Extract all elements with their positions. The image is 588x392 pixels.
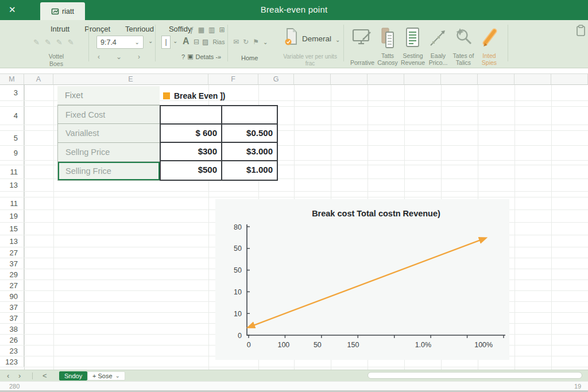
- svg-text:10: 10: [234, 288, 242, 296]
- chart-legend: Break Even ]): [163, 86, 225, 105]
- table-row: [161, 106, 277, 125]
- svg-text:1.0%: 1.0%: [415, 341, 432, 349]
- table-row-label-variallest[interactable]: Variallest: [58, 124, 160, 143]
- row-header-13[interactable]: 13: [0, 235, 24, 247]
- svg-text:0: 0: [247, 341, 251, 349]
- svg-text:100%: 100%: [474, 341, 493, 349]
- svg-text:150: 150: [347, 341, 359, 349]
- status-bar: 280 19: [0, 381, 588, 390]
- table-cell-value1[interactable]: $ 600: [161, 125, 222, 142]
- share-icon[interactable]: <: [42, 371, 47, 380]
- row-header-26[interactable]: 26: [0, 335, 24, 345]
- sheet-row[interactable]: [0, 192, 588, 197]
- column-header[interactable]: [441, 73, 478, 85]
- column-header[interactable]: [551, 73, 588, 85]
- row-header-37[interactable]: 37: [0, 258, 24, 269]
- row-header-13[interactable]: 13: [0, 179, 24, 191]
- new-sheet-tab[interactable]: + Sose ⌄: [87, 371, 125, 381]
- row-header-90[interactable]: 90: [0, 291, 24, 301]
- chart-area[interactable]: Break cost Total costn Revenue)805050101…: [215, 199, 509, 360]
- svg-text:0: 0: [238, 332, 242, 340]
- table-cell-value2[interactable]: $0.500: [222, 125, 277, 142]
- column-header-g[interactable]: G: [258, 73, 294, 85]
- table-cell-value2[interactable]: $1.000: [222, 161, 277, 180]
- sheet-nav-prev-icon[interactable]: ‹: [7, 371, 9, 380]
- row-header-37[interactable]: 37: [0, 313, 24, 323]
- row-header-11[interactable]: 11: [0, 197, 24, 209]
- table-row: $500$1.000: [161, 161, 277, 180]
- column-header-f[interactable]: F: [208, 73, 258, 85]
- row-header-23[interactable]: 23: [0, 346, 24, 356]
- legend-swatch: [163, 92, 170, 99]
- row-header-4[interactable]: 4: [0, 107, 24, 125]
- row-header-11[interactable]: 11: [0, 165, 24, 178]
- legend-label: Break Even ]): [174, 91, 225, 100]
- row-header-3[interactable]: 3: [0, 85, 24, 100]
- table-label-column[interactable]: Fixed CostVariallestSellng PriceSelling …: [57, 105, 160, 181]
- table-cell-value2[interactable]: $3.000: [222, 143, 277, 160]
- column-header[interactable]: [331, 73, 368, 85]
- row-header-5[interactable]: 5: [0, 131, 24, 145]
- table-row-label-fixed-cost[interactable]: Fixed Cost: [58, 105, 160, 124]
- svg-text:10: 10: [234, 310, 242, 318]
- svg-text:Break cost Total costn Revenue: Break cost Total costn Revenue): [312, 209, 440, 218]
- row-header[interactable]: [0, 125, 24, 130]
- sheet-bar: ‹ › < Sndoy + Sose ⌄: [0, 370, 588, 381]
- svg-text:100: 100: [277, 341, 289, 349]
- horizontal-scrollbar[interactable]: [368, 372, 582, 379]
- table-row: $300$3.000: [161, 143, 277, 161]
- row-header[interactable]: [0, 192, 24, 197]
- row-header[interactable]: [0, 161, 24, 165]
- table-value-grid[interactable]: $ 600$0.500$300$3.000$500$1.000: [160, 105, 278, 181]
- spreadsheet-app: ✕ riatt Break-even point IntruttPronçetT…: [0, 0, 588, 392]
- status-left-value: 280: [9, 383, 20, 390]
- row-header-27[interactable]: 27: [0, 247, 24, 258]
- svg-text:50: 50: [314, 341, 322, 349]
- table-row-label-selling-frice[interactable]: Selling Frice: [58, 162, 160, 181]
- column-header-m[interactable]: M: [0, 73, 24, 85]
- row-header[interactable]: [0, 101, 24, 106]
- column-header-a[interactable]: A: [24, 73, 53, 85]
- column-header[interactable]: [404, 73, 441, 85]
- table-row-label-sellng-price[interactable]: Sellng Price: [58, 143, 160, 162]
- row-header-27[interactable]: 27: [0, 280, 24, 290]
- row-header-19[interactable]: 19: [0, 210, 24, 222]
- table-cell-value2[interactable]: [222, 106, 277, 123]
- row-header-15[interactable]: 15: [0, 223, 24, 235]
- column-header[interactable]: [368, 73, 404, 85]
- status-right-value: 19: [574, 383, 581, 390]
- sheet-bar-separator: [32, 372, 33, 379]
- sheet-row[interactable]: 13: [0, 179, 588, 192]
- svg-text:50: 50: [234, 266, 242, 274]
- column-header[interactable]: [478, 73, 514, 85]
- row-header-123[interactable]: 123: [0, 356, 24, 367]
- svg-text:80: 80: [234, 223, 242, 231]
- svg-text:50: 50: [234, 244, 242, 253]
- sheet-tab-active[interactable]: Sndoy: [59, 371, 87, 381]
- row-header-38[interactable]: 38: [0, 324, 24, 334]
- sheet-nav-next-icon[interactable]: ›: [18, 371, 21, 380]
- table-cell-value1[interactable]: $500: [161, 161, 222, 180]
- break-even-chart: Break cost Total costn Revenue)805050101…: [215, 199, 509, 360]
- table-cell-value1[interactable]: [161, 106, 222, 123]
- column-header[interactable]: [294, 73, 331, 85]
- row-header-37[interactable]: 37: [0, 302, 24, 312]
- table-cell-value1[interactable]: $300: [161, 143, 222, 160]
- column-header[interactable]: [514, 73, 551, 85]
- column-header-e[interactable]: E: [53, 73, 208, 85]
- new-sheet-label: + Sose: [92, 372, 113, 380]
- table-row: $ 600$0.500: [161, 125, 277, 143]
- row-header-29[interactable]: 29: [0, 269, 24, 280]
- table-header-cell[interactable]: Fixet: [57, 86, 160, 105]
- chevron-down-icon: ⌄: [115, 372, 120, 380]
- row-header-9[interactable]: 9: [0, 146, 24, 160]
